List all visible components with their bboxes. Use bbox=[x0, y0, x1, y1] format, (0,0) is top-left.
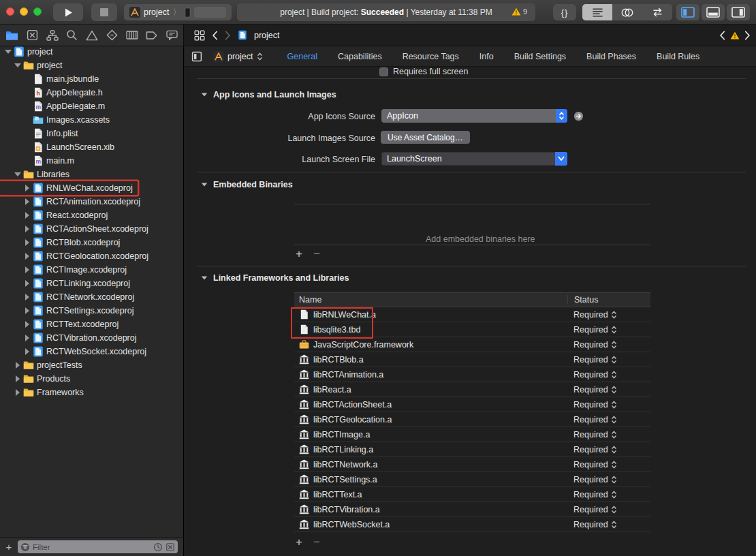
remove-linked-framework-button[interactable]: − bbox=[313, 536, 320, 549]
framework-row-librctvibration-a[interactable]: libRCTVibration.aRequired bbox=[294, 502, 650, 517]
previous-issue-button[interactable] bbox=[719, 31, 725, 40]
disclosure-triangle-icon[interactable] bbox=[23, 239, 31, 246]
sidebar-item-images-xcassets[interactable]: Images.xcassets bbox=[0, 113, 183, 127]
scheme-selector[interactable]: project 〉 bbox=[124, 4, 232, 20]
sidebar-item-rctimage-xcodeproj[interactable]: RCTImage.xcodeproj bbox=[0, 263, 183, 277]
sidebar-item-rctgeolocation-xcodeproj[interactable]: RCTGeolocation.xcodeproj bbox=[0, 249, 183, 263]
sidebar-item-project[interactable]: project bbox=[0, 46, 183, 59]
status-popup[interactable]: Required bbox=[567, 370, 650, 380]
disclosure-triangle-icon[interactable] bbox=[23, 185, 31, 191]
breakpoint-navigator-icon[interactable] bbox=[146, 31, 158, 40]
sidebar-item-launchscreen-xib[interactable]: LaunchScreen.xib bbox=[0, 140, 183, 154]
status-popup[interactable]: Required bbox=[567, 340, 650, 350]
sidebar-item-project[interactable]: project bbox=[0, 59, 183, 72]
sidebar-item-rctlinking-xcodeproj[interactable]: RCTLinking.xcodeproj bbox=[0, 277, 183, 290]
add-linked-framework-button[interactable]: + bbox=[296, 536, 302, 549]
filter-field[interactable] bbox=[18, 540, 178, 553]
warning-badge[interactable]: 9 bbox=[511, 7, 527, 16]
tab-resource-tags[interactable]: Resource Tags bbox=[403, 52, 459, 61]
disclosure-triangle-icon[interactable] bbox=[23, 307, 31, 314]
run-button[interactable] bbox=[53, 3, 83, 21]
disclosure-triangle-icon[interactable] bbox=[23, 280, 31, 287]
debug-navigator-icon[interactable] bbox=[126, 30, 138, 40]
disclosure-triangle-icon[interactable] bbox=[14, 362, 22, 369]
sidebar-item-rctanimation-xcodeproj[interactable]: RCTAnimation.xcodeproj bbox=[0, 195, 183, 208]
status-popup[interactable]: Required bbox=[567, 325, 650, 335]
framework-row-librcttext-a[interactable]: libRCTText.aRequired bbox=[294, 487, 650, 502]
sidebar-item-rnlwechat-xcodeproj[interactable]: RNLWeChat.xcodeproj bbox=[0, 181, 183, 195]
sidebar-item-appdelegate-h[interactable]: hAppDelegate.h bbox=[0, 86, 183, 99]
disclosure-triangle-icon[interactable] bbox=[23, 321, 31, 328]
version-editor-button[interactable] bbox=[642, 4, 672, 20]
status-popup[interactable]: Required bbox=[567, 430, 650, 439]
disclosure-triangle-icon[interactable] bbox=[202, 183, 208, 186]
framework-row-librctactionsheet-a[interactable]: libRCTActionSheet.aRequired bbox=[294, 397, 650, 412]
stop-button[interactable] bbox=[91, 3, 117, 21]
section-linked-frameworks[interactable]: Linked Frameworks and Libraries bbox=[201, 273, 349, 283]
status-popup[interactable]: Required bbox=[567, 460, 650, 469]
find-navigator-icon[interactable] bbox=[66, 29, 78, 41]
jumpbar-file-name[interactable]: project bbox=[254, 31, 280, 40]
related-items-icon[interactable] bbox=[194, 30, 205, 41]
disclosure-triangle-icon[interactable] bbox=[23, 294, 31, 300]
sidebar-item-products[interactable]: Products bbox=[0, 372, 183, 386]
disclosure-triangle-icon[interactable] bbox=[14, 375, 22, 382]
section-embedded-binaries[interactable]: Embedded Binaries bbox=[201, 180, 293, 189]
disclosure-triangle-icon[interactable] bbox=[23, 348, 31, 355]
framework-row-libreact-a[interactable]: libReact.aRequired bbox=[294, 382, 650, 397]
disclosure-triangle-icon[interactable] bbox=[4, 50, 12, 54]
recents-filter-icon[interactable] bbox=[153, 542, 163, 552]
sidebar-item-info-plist[interactable]: Info.plist bbox=[0, 127, 183, 140]
framework-row-librctlinking-a[interactable]: libRCTLinking.aRequired bbox=[294, 442, 650, 457]
source-control-filter-icon[interactable] bbox=[166, 542, 175, 552]
status-popup[interactable]: Required bbox=[567, 400, 650, 410]
source-control-navigator-icon[interactable] bbox=[27, 29, 38, 41]
disclosure-triangle-icon[interactable] bbox=[14, 63, 22, 67]
framework-row-librctblob-a[interactable]: libRCTBlob.aRequired bbox=[294, 352, 650, 367]
toggle-inspector-button[interactable] bbox=[727, 4, 750, 20]
back-button[interactable] bbox=[212, 31, 218, 40]
filter-input[interactable] bbox=[33, 543, 151, 551]
disclosure-triangle-icon[interactable] bbox=[202, 276, 208, 279]
sidebar-item-main-jsbundle[interactable]: main.jsbundle bbox=[0, 72, 183, 86]
requires-full-screen-checkbox[interactable] bbox=[379, 67, 388, 76]
status-popup[interactable]: Required bbox=[567, 415, 650, 424]
zoom-window-button[interactable] bbox=[33, 7, 42, 16]
framework-row-javascriptcore-framework[interactable]: JavaScriptCore.frameworkRequired bbox=[294, 337, 650, 352]
sidebar-item-rctactionsheet-xcodeproj[interactable]: RCTActionSheet.xcodeproj bbox=[0, 222, 183, 236]
status-popup[interactable]: Required bbox=[567, 310, 650, 320]
tab-general[interactable]: General bbox=[287, 52, 317, 61]
next-issue-button[interactable] bbox=[744, 31, 751, 40]
framework-row-librctgeolocation-a[interactable]: libRCTGeolocation.aRequired bbox=[294, 412, 650, 427]
tab-info[interactable]: Info bbox=[479, 52, 494, 61]
status-popup[interactable]: Required bbox=[567, 475, 650, 484]
forward-button[interactable] bbox=[225, 31, 231, 40]
framework-row-librctimage-a[interactable]: libRCTImage.aRequired bbox=[294, 427, 650, 442]
disclosure-triangle-icon[interactable] bbox=[23, 266, 31, 273]
sidebar-item-react-xcodeproj[interactable]: React.xcodeproj bbox=[0, 208, 183, 222]
status-popup[interactable]: Required bbox=[567, 490, 650, 499]
sidebar-item-frameworks[interactable]: Frameworks bbox=[0, 386, 183, 399]
disclosure-triangle-icon[interactable] bbox=[23, 198, 31, 205]
toggle-navigator-button[interactable] bbox=[676, 4, 699, 20]
sidebar-item-main-m[interactable]: mmain.m bbox=[0, 154, 183, 168]
disclosure-triangle-icon[interactable] bbox=[23, 226, 31, 232]
app-icons-source-popup[interactable]: AppIcon bbox=[381, 109, 567, 123]
targets-sidebar-toggle[interactable] bbox=[191, 51, 202, 62]
minimize-window-button[interactable] bbox=[20, 7, 28, 16]
disclosure-triangle-icon[interactable] bbox=[23, 253, 31, 260]
tab-capabilities[interactable]: Capabilities bbox=[338, 52, 382, 61]
sidebar-item-rctblob-xcodeproj[interactable]: RCTBlob.xcodeproj bbox=[0, 236, 183, 249]
close-window-button[interactable] bbox=[6, 7, 14, 16]
add-embedded-binary-button[interactable]: + bbox=[296, 247, 302, 261]
framework-row-librctanimation-a[interactable]: libRCTAnimation.aRequired bbox=[294, 367, 650, 382]
sidebar-item-rctnetwork-xcodeproj[interactable]: RCTNetwork.xcodeproj bbox=[0, 290, 183, 304]
sidebar-item-rctsettings-xcodeproj[interactable]: RCTSettings.xcodeproj bbox=[0, 304, 183, 318]
symbol-navigator-icon[interactable] bbox=[46, 30, 59, 41]
status-popup[interactable]: Required bbox=[567, 355, 650, 365]
framework-row-librctnetwork-a[interactable]: libRCTNetwork.aRequired bbox=[294, 457, 650, 472]
toggle-debug-area-button[interactable] bbox=[702, 4, 725, 20]
status-popup[interactable]: Required bbox=[567, 445, 650, 454]
disclosure-triangle-icon[interactable] bbox=[23, 212, 31, 219]
sidebar-item-rctwebsocket-xcodeproj[interactable]: RCTWebSocket.xcodeproj bbox=[0, 345, 183, 358]
